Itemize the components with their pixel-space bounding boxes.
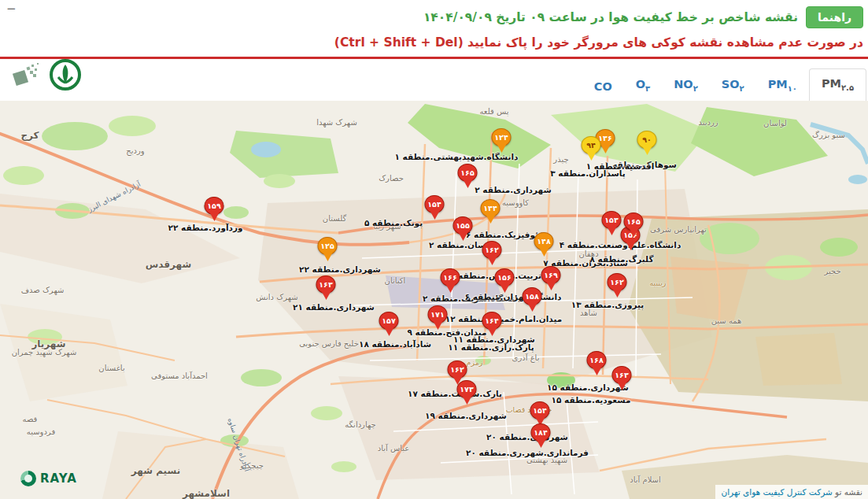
aqi-value: ۱۲۴ — [492, 128, 512, 146]
aqi-value: ۱۸۴ — [531, 423, 551, 442]
aqi-marker[interactable]: ۱۶۳ — [316, 275, 336, 301]
place-label: سبو بزرگ — [812, 131, 845, 139]
aqi-value: ۱۴۴ — [481, 199, 500, 217]
station-label: شهرداری.منطقه ۱۹ — [425, 411, 507, 420]
place-label: کاووسیه — [502, 198, 529, 207]
place-label: اکباتان — [385, 276, 406, 285]
aqi-marker[interactable]: ۱۴۴ — [481, 199, 500, 224]
place-label: شهرک صدف — [21, 286, 65, 294]
place-label: باغستان — [98, 364, 124, 372]
place-label: احمدآباد مستوفی — [151, 371, 208, 380]
station-label: فرمانداری.شهر.ری.منطقه ۲۰ — [466, 448, 589, 457]
station-label: شادآباد.منطقه ۱۸ — [359, 339, 431, 349]
aqi-marker[interactable]: ۱۶۹ — [541, 266, 561, 291]
aqi-marker[interactable]: ۱۷۱ — [428, 305, 448, 331]
aqi-value: ۱۶۳ — [612, 366, 632, 384]
place-label: قصه — [23, 415, 38, 423]
aqi-value: ۹۴ — [582, 136, 601, 154]
aqi-marker[interactable]: ۱۲۴ — [492, 128, 512, 153]
place-label: باغ آذری — [512, 353, 540, 362]
place-label: حصارک — [379, 174, 404, 183]
aqi-value: ۱۵۳ — [602, 211, 622, 229]
place-label: زینبیه — [650, 279, 667, 287]
station-label: مسعودیه.منطقه ۱۵ — [552, 395, 631, 405]
station-label: شهرداری.منطقه ۲ — [475, 185, 551, 194]
place-label: اسلام آباد — [630, 475, 661, 484]
place-label: وردیج — [126, 146, 144, 155]
raya-wordmark: RAYA — [40, 471, 77, 486]
station-label: گلبرگ.منطقه ۸ — [590, 254, 654, 264]
aqi-value: ۱۵۸ — [523, 287, 542, 305]
aqi-marker[interactable]: ۱۴۸ — [534, 232, 554, 257]
station-label: پاسداران.منطقه ۳ — [550, 168, 626, 178]
aqi-value: ۱۵۵ — [453, 216, 473, 235]
place-label: خلیج فارس جنوبی — [299, 339, 359, 348]
aqi-marker[interactable]: ۹۰ — [637, 131, 657, 156]
station-label: میدان.امام.خمینی.منطقه ۱۲ — [445, 314, 562, 323]
aqi-value: ۱۵۴ — [530, 401, 550, 420]
place-label: پس قلعه — [480, 107, 509, 116]
place-label: شهرک شهدا — [316, 118, 357, 127]
station-label: پونک.منطقه ۵ — [364, 218, 423, 227]
aqi-value: ۹۰ — [637, 131, 657, 149]
aqi-marker[interactable]: ۱۶۳ — [612, 366, 632, 391]
aqi-value: ۱۵۹ — [205, 197, 224, 215]
station-label: پارک.سلامت.منطقه ۱۷ — [408, 389, 502, 398]
aqi-marker[interactable]: ۱۷۳ — [457, 380, 477, 405]
place-label: همه سین — [711, 316, 742, 325]
aqi-value: ۱۵۶ — [495, 268, 515, 286]
road-label: آزادراه تهران ساوه — [227, 417, 251, 472]
aqi-marker[interactable]: ۹۴ — [582, 136, 601, 161]
raya-icon — [20, 471, 36, 486]
station-label: وردآورد.منطقه ۲۲ — [168, 223, 243, 232]
aqi-marker[interactable]: ۱۵۵ — [453, 216, 473, 242]
aqi-marker[interactable]: ۱۶۸ — [587, 351, 607, 376]
aqi-value: ۱۶۲ — [482, 241, 502, 259]
attribution-company-link[interactable]: شرکت کنترل کیفیت هوای تهران — [721, 487, 832, 497]
aqi-marker[interactable]: ۱۵۶ — [495, 268, 515, 294]
aqi-marker[interactable]: ۱۵۷ — [379, 312, 399, 337]
raya-map-logo[interactable]: RAYA — [20, 471, 77, 486]
aqi-value: ۱۶۳ — [316, 275, 336, 294]
aqi-marker[interactable]: ۱۶۵ — [624, 213, 644, 238]
place-label: زردبند — [698, 118, 718, 127]
aqi-marker[interactable]: ۱۶۴ — [482, 312, 502, 337]
aqi-value: ۱۶۶ — [441, 268, 460, 286]
aqi-marker[interactable]: ۱۲۵ — [318, 237, 338, 262]
marker-layer: دانشگاه.شهیدبهشتی.منطقه ۱سوهانک.منطقه ۱ا… — [0, 0, 868, 499]
aqi-value: ۱۶۵ — [458, 164, 478, 182]
place-label: خجیر — [824, 267, 840, 275]
station-label: ژئوفیزیک.منطقه ۶ — [466, 230, 543, 239]
place-label: کرج — [20, 130, 39, 141]
place-label: چهاردانگه — [345, 420, 376, 429]
aqi-value: ۱۶۲ — [608, 273, 627, 291]
place-label: فردوسیه — [27, 427, 55, 436]
place-label: چیذر — [553, 155, 568, 164]
place-label: شهرک شهید چمران — [12, 348, 77, 357]
aqi-marker[interactable]: ۱۵۹ — [205, 197, 224, 222]
aqi-marker[interactable]: ۱۶۶ — [441, 268, 460, 294]
place-label: شهرک دانش — [256, 293, 297, 301]
aqi-marker[interactable]: ۱۶۲ — [482, 241, 502, 266]
station-label: پیروزی.منطقه ۱۳ — [571, 300, 644, 309]
aqi-value: ۱۵۴ — [425, 195, 445, 213]
place-label: نسیم شهر — [131, 465, 180, 476]
aqi-marker[interactable]: ۱۵۳ — [602, 211, 622, 236]
station-label: شهرداری.منطقه ۲۲ — [299, 264, 381, 274]
aqi-value: ۱۶۲ — [448, 360, 467, 379]
station-label: شهرداری.منطقه ۲۱ — [293, 302, 375, 312]
aqi-marker[interactable]: ۱۵۴ — [425, 195, 445, 220]
aqi-marker[interactable]: ۱۸۴ — [531, 423, 551, 449]
station-label: شهرداری.منطقه ۲۰ — [486, 432, 568, 442]
aqi-marker[interactable]: ۱۵۸ — [523, 287, 542, 312]
place-label: زمزم — [467, 358, 483, 367]
aqi-value: ۱۶۵ — [624, 213, 644, 231]
place-label: شاهد — [580, 309, 597, 317]
aqi-value: ۱۵۷ — [379, 312, 399, 330]
aqi-marker[interactable]: ۱۶۵ — [458, 164, 478, 189]
aqi-value: ۱۶۹ — [541, 266, 561, 284]
aqi-marker[interactable]: ۱۶۲ — [608, 273, 627, 298]
aqi-value: ۱۴۸ — [534, 232, 554, 250]
place-label: عباس آباد — [378, 444, 409, 453]
map-attribution: نقشه تو شرکت کنترل کیفیت هوای تهران — [715, 485, 868, 499]
